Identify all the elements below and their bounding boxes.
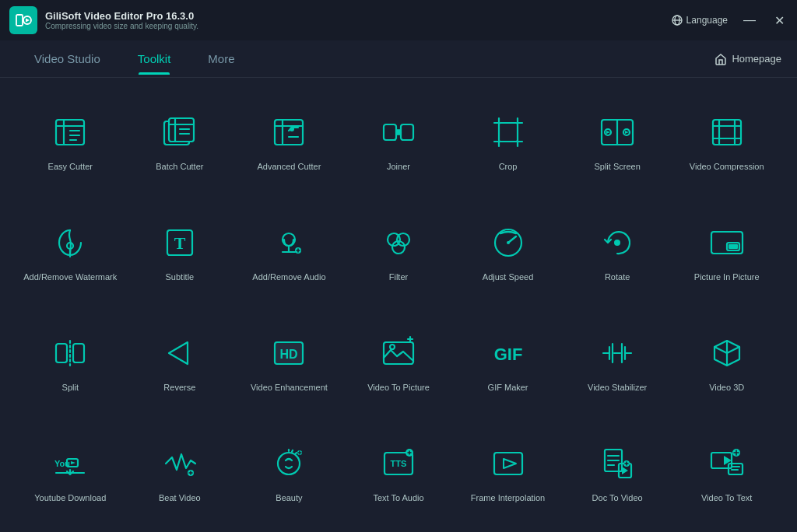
svg-text:HD: HD [280, 348, 298, 361]
tool-batch-cutter[interactable]: Batch Cutter [125, 86, 235, 193]
svg-point-62 [614, 240, 620, 246]
svg-marker-82 [71, 461, 75, 464]
pip-label: Picture In Picture [694, 271, 760, 282]
tab-more[interactable]: More [189, 43, 253, 75]
tool-audio[interactable]: Add/Remove Audio [234, 196, 344, 303]
svg-marker-2 [26, 19, 30, 23]
svg-rect-23 [384, 124, 396, 140]
svg-marker-69 [169, 342, 188, 364]
tabs-left: Video Studio Toolkit More [16, 43, 254, 75]
svg-rect-18 [275, 120, 303, 145]
tool-3d[interactable]: Video 3D [672, 306, 781, 414]
svg-point-88 [278, 453, 300, 474]
tool-split-screen[interactable]: Split Screen [563, 86, 672, 193]
youtube-icon: You [47, 441, 93, 486]
split-icon [47, 331, 93, 376]
filter-icon [376, 220, 421, 265]
svg-line-61 [508, 236, 516, 243]
rotate-label: Rotate [605, 271, 630, 282]
tool-stabilizer[interactable]: Video Stabilizer [563, 306, 672, 414]
tool-split[interactable]: Split [16, 306, 125, 414]
svg-marker-107 [622, 467, 628, 474]
svg-text:TTS: TTS [391, 459, 407, 468]
svg-point-73 [390, 345, 395, 349]
tts-label: Text To Audio [373, 492, 423, 503]
crop-label: Crop [499, 161, 518, 172]
language-label: Language [686, 15, 728, 26]
svg-text:T: T [174, 233, 186, 253]
tool-enhancement[interactable]: HD Video Enhancement [234, 306, 344, 414]
minimize-button[interactable]: — [740, 12, 759, 29]
speed-icon [486, 220, 531, 265]
tool-vtt[interactable]: Video To Text [672, 417, 781, 524]
gif-label: GIF Maker [488, 382, 528, 393]
tool-youtube[interactable]: You Youtube Download [16, 417, 125, 524]
tool-video-to-picture[interactable]: Video To Picture [344, 306, 454, 414]
beat-label: Beat Video [159, 492, 201, 503]
rotate-icon [595, 220, 640, 265]
subtitle-icon: T [157, 220, 202, 265]
tool-frame[interactable]: Frame Interpolation [453, 417, 563, 524]
app-title-block: GiliSoft Video Editor Pro 16.3.0 Compres… [45, 10, 198, 30]
tool-filter[interactable]: Filter [344, 196, 454, 303]
advanced-cutter-icon [266, 110, 311, 155]
watermark-label: Add/Remove Watermark [23, 271, 117, 282]
svg-marker-101 [504, 459, 516, 468]
svg-marker-42 [625, 131, 629, 134]
batch-cutter-icon [157, 110, 202, 155]
video-compression-label: Video Compression [690, 161, 764, 172]
crop-icon [486, 110, 531, 155]
enhancement-icon: HD [266, 331, 311, 376]
tool-joiner[interactable]: Joiner [344, 86, 454, 193]
pip-icon [704, 220, 750, 265]
svg-rect-6 [56, 120, 84, 145]
beauty-icon [266, 441, 311, 486]
audio-icon [266, 220, 311, 265]
tool-beauty[interactable]: Beauty [234, 417, 344, 524]
speed-label: Adjust Speed [483, 271, 533, 282]
joiner-icon [376, 110, 421, 155]
tool-watermark[interactable]: Add/Remove Watermark [16, 196, 125, 303]
tool-reverse[interactable]: Reverse [125, 306, 235, 414]
nav-tabs: Video Studio Toolkit More Homepage [0, 40, 797, 78]
tool-tts[interactable]: TTS Text To Audio [344, 417, 454, 524]
tool-subtitle[interactable]: T Subtitle [125, 196, 235, 303]
svg-rect-100 [494, 453, 522, 474]
svg-rect-43 [713, 120, 741, 145]
video-to-picture-label: Video To Picture [367, 382, 430, 393]
svg-rect-67 [73, 344, 84, 362]
vtt-icon [704, 441, 750, 486]
tool-advanced-cutter[interactable]: Advanced Cutter [234, 86, 344, 193]
tool-easy-cutter[interactable]: Easy Cutter [16, 86, 125, 193]
language-button[interactable]: Language [672, 15, 728, 26]
tab-video-studio[interactable]: Video Studio [16, 43, 119, 75]
svg-point-21 [290, 127, 294, 131]
tool-video-compression[interactable]: Video Compression [672, 86, 781, 193]
app-title: GiliSoft Video Editor Pro 16.3.0 [45, 10, 198, 22]
tool-rotate[interactable]: Rotate [563, 196, 672, 303]
doc-icon [595, 441, 640, 486]
tool-crop[interactable]: Crop [453, 86, 563, 193]
doc-label: Doc To Video [592, 492, 643, 503]
stabilizer-label: Video Stabilizer [588, 382, 647, 393]
homepage-label: Homepage [732, 53, 781, 65]
homepage-button[interactable]: Homepage [714, 53, 781, 65]
youtube-label: Youtube Download [34, 492, 106, 503]
frame-icon [486, 441, 531, 486]
tool-doc[interactable]: Doc To Video [563, 417, 672, 524]
svg-rect-65 [729, 244, 738, 249]
close-button[interactable]: ✕ [771, 12, 788, 30]
tool-gif[interactable]: GIF GIF Maker [453, 306, 563, 414]
svg-text:GIF: GIF [493, 345, 522, 364]
svg-line-91 [295, 453, 297, 454]
joiner-label: Joiner [387, 161, 410, 172]
tab-toolkit[interactable]: Toolkit [119, 43, 190, 75]
tool-grid: Easy Cutter Batch Cutter [0, 78, 797, 532]
video-compression-icon [704, 110, 750, 155]
tool-pip[interactable]: Picture In Picture [672, 196, 781, 303]
tool-beat[interactable]: Beat Video [125, 417, 235, 524]
svg-rect-24 [401, 124, 413, 140]
tool-speed[interactable]: Adjust Speed [453, 196, 563, 303]
svg-marker-40 [606, 131, 610, 134]
3d-label: Video 3D [709, 382, 744, 393]
